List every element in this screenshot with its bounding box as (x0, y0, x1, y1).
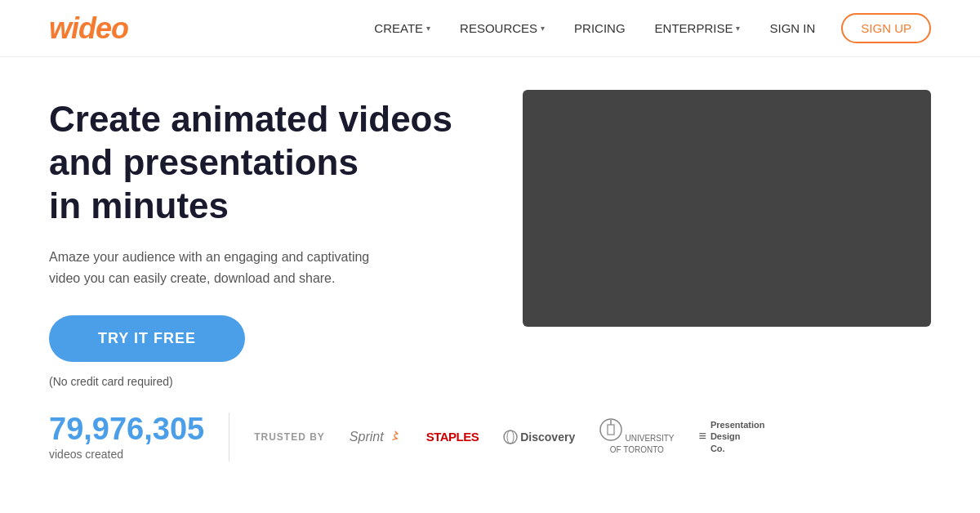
hero-content: Create animated videos and presentations… (49, 90, 490, 388)
hero-video-placeholder (523, 90, 931, 327)
nav-enterprise[interactable]: ENTERPRISE ▾ (644, 15, 752, 42)
logo[interactable]: wideo (49, 11, 128, 46)
toronto-logo: UNIVERSITYOF TORONTO (599, 418, 674, 456)
trusted-label: TRUSTED BY (254, 431, 325, 443)
try-it-free-button[interactable]: TRY IT FREE (49, 315, 245, 362)
svg-point-0 (504, 430, 517, 444)
chevron-down-icon: ▾ (541, 24, 545, 33)
trusted-block: TRUSTED BY (254, 431, 325, 443)
chevron-down-icon: ▾ (736, 24, 740, 33)
stats-bar: 79,976,305 videos created TRUSTED BY Spr… (0, 388, 980, 462)
staples-logo: STAPLES (426, 430, 479, 444)
signup-button[interactable]: SIGN UP (841, 13, 931, 43)
nav-create[interactable]: CREATE ▾ (363, 15, 442, 42)
sprint-wing-icon: 〻 (387, 428, 402, 445)
video-count-label: videos created (49, 448, 204, 461)
hero-subtitle: Amaze your audience with an engaging and… (49, 247, 400, 288)
nav-resources[interactable]: RESOURCES ▾ (448, 15, 556, 42)
sprint-logo: Sprint 〻 (350, 428, 402, 445)
brand-logos: Sprint 〻 STAPLES Discovery UNIVERSITYOF … (350, 418, 765, 456)
svg-rect-3 (608, 425, 614, 435)
logo-text: wideo (49, 11, 128, 45)
svg-point-1 (507, 430, 514, 444)
video-count-block: 79,976,305 videos created (49, 413, 204, 461)
chevron-down-icon: ▾ (426, 24, 430, 33)
no-credit-card-text: (No credit card required) (49, 375, 490, 388)
pdc-bars-icon: ≡ (699, 428, 706, 445)
signin-button[interactable]: SIGN IN (758, 15, 826, 42)
toronto-crest-icon (599, 418, 622, 441)
discovery-icon (503, 430, 518, 444)
hero-title: Create animated videos and presentations… (49, 98, 490, 227)
discovery-logo: Discovery (503, 430, 575, 444)
navbar: wideo CREATE ▾ RESOURCES ▾ PRICING ENTER… (0, 0, 980, 57)
nav-links: CREATE ▾ RESOURCES ▾ PRICING ENTERPRISE … (363, 13, 931, 43)
presentation-design-co-logo: ≡ PresentationDesignCo. (699, 419, 765, 454)
stat-divider (229, 413, 229, 462)
video-count-number: 79,976,305 (49, 413, 204, 444)
hero-section: Create animated videos and presentations… (0, 57, 980, 388)
nav-pricing[interactable]: PRICING (563, 15, 637, 42)
